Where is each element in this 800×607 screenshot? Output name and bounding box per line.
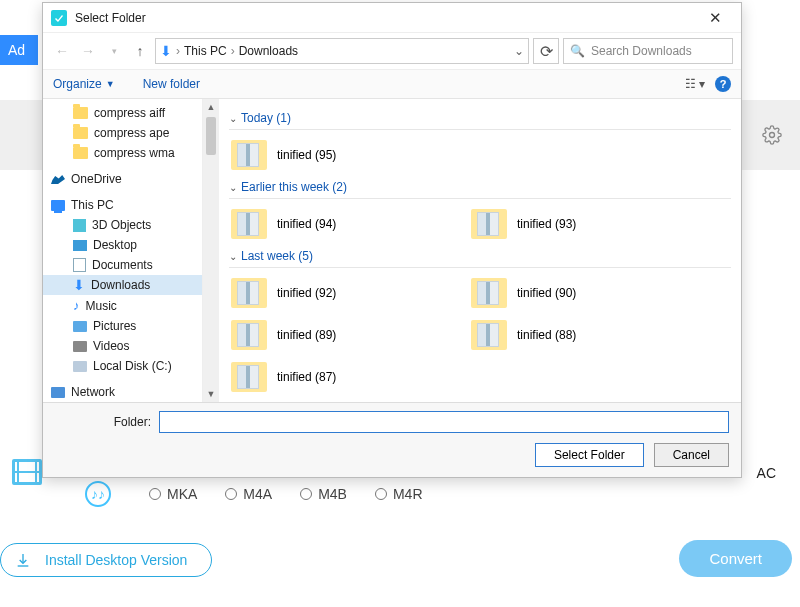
network-icon <box>51 387 65 398</box>
chevron-down-icon: ⌄ <box>229 182 237 193</box>
group-earlier-week[interactable]: ⌄Earlier this week (2) <box>229 180 731 194</box>
dialog-title: Select Folder <box>75 11 146 25</box>
tree-item-3d[interactable]: 3D Objects <box>43 215 202 235</box>
folder-thumb-icon <box>471 209 507 239</box>
desktop-icon <box>73 240 87 251</box>
tree-item-onedrive[interactable]: OneDrive <box>43 169 202 189</box>
list-item[interactable]: tinified (90) <box>469 274 669 312</box>
list-item[interactable]: tinified (89) <box>229 316 429 354</box>
list-item[interactable]: tinified (94) <box>229 205 429 243</box>
tree-item-documents[interactable]: Documents <box>43 255 202 275</box>
tree-item-compress-ape[interactable]: compress ape <box>43 123 202 143</box>
folder-icon <box>73 147 88 159</box>
folder-thumb-icon <box>231 209 267 239</box>
video-grid-icon[interactable] <box>12 459 42 485</box>
search-icon: 🔍 <box>570 44 585 58</box>
new-folder-button[interactable]: New folder <box>143 77 200 91</box>
help-icon[interactable]: ? <box>715 76 731 92</box>
up-button[interactable]: ↑ <box>129 40 151 62</box>
scroll-down-icon[interactable]: ▼ <box>203 386 219 402</box>
crumb-downloads[interactable]: Downloads <box>239 44 298 58</box>
organize-menu[interactable]: Organize▼ <box>53 77 115 91</box>
address-bar[interactable]: ⬇ › This PC › Downloads ⌄ <box>155 38 529 64</box>
format-radio-mka[interactable]: MKA <box>149 486 197 502</box>
chevron-down-icon: ⌄ <box>229 251 237 262</box>
select-folder-dialog: Select Folder ✕ ← → ▾ ↑ ⬇ › This PC › Do… <box>42 2 742 478</box>
install-desktop-button[interactable]: Install Desktop Version <box>0 543 212 577</box>
folder-thumb-icon <box>231 320 267 350</box>
chevron-right-icon: › <box>176 44 180 58</box>
folder-thumb-icon <box>231 140 267 170</box>
onedrive-icon <box>51 174 65 184</box>
audio-format-row: ♪♪ MKA M4A M4B M4R <box>85 481 423 507</box>
pictures-icon <box>73 321 87 332</box>
folder-icon <box>73 107 88 119</box>
scroll-up-icon[interactable]: ▲ <box>203 99 219 115</box>
app-logo-icon <box>51 10 67 26</box>
list-item[interactable]: tinified (92) <box>229 274 429 312</box>
close-button[interactable]: ✕ <box>697 9 733 27</box>
tree-item-network[interactable]: Network <box>43 382 202 402</box>
dialog-footer: Folder: Select Folder Cancel <box>43 402 741 477</box>
nav-row: ← → ▾ ↑ ⬇ › This PC › Downloads ⌄ ⟳ 🔍 Se… <box>43 33 741 69</box>
music-icon: ♪ <box>73 298 80 313</box>
search-placeholder: Search Downloads <box>591 44 692 58</box>
music-note-icon: ♪♪ <box>85 481 111 507</box>
select-folder-button[interactable]: Select Folder <box>535 443 644 467</box>
refresh-button[interactable]: ⟳ <box>533 38 559 64</box>
chevron-down-icon: ▼ <box>106 79 115 89</box>
tree-item-compress-wma[interactable]: compress wma <box>43 143 202 163</box>
folder-tree[interactable]: compress aiff compress ape compress wma … <box>43 99 203 402</box>
chevron-right-icon: › <box>231 44 235 58</box>
tree-item-pictures[interactable]: Pictures <box>43 316 202 336</box>
dialog-titlebar: Select Folder ✕ <box>43 3 741 33</box>
folder-thumb-icon <box>471 320 507 350</box>
videos-icon <box>73 341 87 352</box>
add-button[interactable]: Ad <box>0 35 38 65</box>
cancel-button[interactable]: Cancel <box>654 443 729 467</box>
download-icon: ⬇ <box>73 278 85 292</box>
format-radio-m4b[interactable]: M4B <box>300 486 347 502</box>
list-item[interactable]: tinified (88) <box>469 316 669 354</box>
downloads-path-icon: ⬇ <box>160 43 172 59</box>
folder-input[interactable] <box>159 411 729 433</box>
tree-scrollbar[interactable]: ▲ ▼ <box>203 99 219 402</box>
disk-icon <box>73 361 87 372</box>
forward-button: → <box>77 40 99 62</box>
document-icon <box>73 258 86 272</box>
format-radio-m4r[interactable]: M4R <box>375 486 423 502</box>
format-ac-label: AC <box>757 465 776 481</box>
folder-thumb-icon <box>231 278 267 308</box>
list-item[interactable]: tinified (93) <box>469 205 669 243</box>
address-dropdown-icon[interactable]: ⌄ <box>514 44 524 58</box>
folder-icon <box>73 127 88 139</box>
tree-item-localdisk[interactable]: Local Disk (C:) <box>43 356 202 376</box>
tree-item-downloads[interactable]: ⬇Downloads <box>43 275 202 295</box>
scroll-thumb[interactable] <box>206 117 216 155</box>
tree-item-desktop[interactable]: Desktop <box>43 235 202 255</box>
recent-dropdown-icon[interactable]: ▾ <box>103 40 125 62</box>
crumb-thispc[interactable]: This PC <box>184 44 227 58</box>
folder-label: Folder: <box>55 415 151 429</box>
svg-point-0 <box>770 133 775 138</box>
list-item[interactable]: tinified (95) <box>229 136 429 174</box>
settings-gear-icon[interactable] <box>762 125 782 145</box>
file-list[interactable]: ⌄Today (1) tinified (95) ⌄Earlier this w… <box>219 99 741 402</box>
tree-item-thispc[interactable]: This PC <box>43 195 202 215</box>
tree-item-music[interactable]: ♪Music <box>43 295 202 316</box>
group-today[interactable]: ⌄Today (1) <box>229 111 731 125</box>
cube-icon <box>73 219 86 232</box>
folder-thumb-icon <box>231 362 267 392</box>
chevron-down-icon: ⌄ <box>229 113 237 124</box>
convert-button[interactable]: Convert <box>679 540 792 577</box>
group-last-week[interactable]: ⌄Last week (5) <box>229 249 731 263</box>
tree-item-compress-aiff[interactable]: compress aiff <box>43 103 202 123</box>
back-button[interactable]: ← <box>51 40 73 62</box>
toolbar: Organize▼ New folder ☷ ▾ ? <box>43 69 741 99</box>
tree-item-videos[interactable]: Videos <box>43 336 202 356</box>
format-radio-m4a[interactable]: M4A <box>225 486 272 502</box>
folder-thumb-icon <box>471 278 507 308</box>
view-options-icon[interactable]: ☷ ▾ <box>685 77 705 91</box>
list-item[interactable]: tinified (87) <box>229 358 429 396</box>
search-input[interactable]: 🔍 Search Downloads <box>563 38 733 64</box>
